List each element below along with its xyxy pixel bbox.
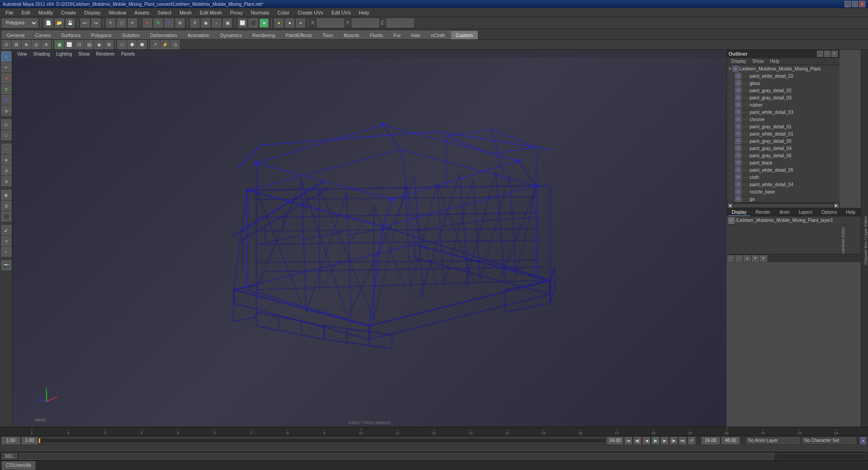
layers-tab-render[interactable]: Render xyxy=(752,209,774,216)
tree-item-6[interactable]: ⊡ —○ paint_white_detail_03 xyxy=(727,108,840,116)
lt-move-down[interactable]: ▼ xyxy=(752,255,759,262)
lt-del[interactable]: − xyxy=(736,255,743,262)
coord-z-field[interactable] xyxy=(387,19,414,28)
paint-select-btn[interactable]: ✏ xyxy=(128,19,137,28)
wireframe-btn[interactable]: ⬜ xyxy=(238,19,247,28)
tb2-all-btn[interactable]: ⊞ xyxy=(104,40,113,49)
playback-end-field[interactable] xyxy=(722,437,740,444)
tree-vis-8[interactable]: ⊡ xyxy=(735,123,741,130)
soft-select-btn-l[interactable]: ◎ xyxy=(1,119,11,129)
tree-vis-14[interactable]: ⊡ xyxy=(735,167,741,173)
char-set-field[interactable]: No Character Set xyxy=(802,437,856,444)
outliner-maximize[interactable]: □ xyxy=(824,51,830,57)
timeline-scrub[interactable] xyxy=(38,438,606,443)
scroll-track-h[interactable] xyxy=(733,204,833,207)
tb2-snap-btn[interactable]: ⊙ xyxy=(2,40,11,49)
pb-play-fwd[interactable]: ▶ xyxy=(652,437,659,444)
tab-animation[interactable]: Animation xyxy=(183,31,215,39)
tb2-grid-btn[interactable]: ⊞ xyxy=(12,40,21,49)
bevel-btn-l[interactable]: ◈ xyxy=(1,155,11,164)
range-end-field[interactable] xyxy=(607,437,623,444)
tab-curves[interactable]: Curves xyxy=(30,31,56,39)
layers-tab-anim[interactable]: Anim xyxy=(776,209,793,216)
tree-item-7[interactable]: ⊡ —○ chrome xyxy=(727,116,840,123)
lasso-btn[interactable]: ⬡ xyxy=(117,19,126,28)
menu-file[interactable]: File xyxy=(2,9,17,16)
pb-go-end[interactable]: ⏭ xyxy=(679,437,686,444)
current-time-field[interactable] xyxy=(2,437,20,444)
close-button[interactable]: ✕ xyxy=(859,1,865,7)
lt-options[interactable]: ⚙ xyxy=(760,255,767,262)
tb2-poly-btn[interactable]: ▣ xyxy=(55,40,64,49)
vp-menu-view[interactable]: View xyxy=(14,51,30,57)
tab-ncloth[interactable]: nCloth xyxy=(426,31,450,39)
tree-item-10[interactable]: ⊡ —○ paint_gray_detail_05 xyxy=(727,137,840,145)
menu-mesh[interactable]: Mesh xyxy=(176,9,195,16)
tree-vis-10[interactable]: ⊡ xyxy=(735,138,741,144)
menu-select[interactable]: Select xyxy=(154,9,175,16)
open-scene-btn[interactable]: 📂 xyxy=(55,19,64,28)
pb-go-start[interactable]: ⏮ xyxy=(625,437,632,444)
menu-proxy[interactable]: Proxy xyxy=(226,9,246,16)
tab-deformation[interactable]: Deformation xyxy=(145,31,182,39)
channel-box-label[interactable]: Channel Box / Layer Editor xyxy=(863,216,868,265)
merge-btn-l[interactable]: ⊛ xyxy=(1,165,11,175)
select-mode-btn[interactable]: ↖ xyxy=(1,52,11,61)
mode-selector[interactable]: Polygons Animation Rendering nDynamics xyxy=(2,19,38,28)
light-1-btn[interactable]: ● xyxy=(274,19,283,28)
tab-muscle[interactable]: Muscle xyxy=(339,31,364,39)
menu-edit[interactable]: Edit xyxy=(18,9,34,16)
tree-vis-12[interactable]: ⊡ xyxy=(735,152,741,159)
redo-btn[interactable]: ↪ xyxy=(91,19,100,28)
viewport[interactable]: View Shading Lighting Show Renderer Pane… xyxy=(13,50,726,427)
tb2-uvtex-btn[interactable]: ⬡ xyxy=(118,40,127,49)
tweak-btn-l[interactable]: ≈ xyxy=(1,247,11,257)
tree-item-18[interactable]: ⊡ —○ ga xyxy=(727,195,840,202)
vp-menu-panels[interactable]: Panels xyxy=(118,51,138,57)
tree-item-4[interactable]: ⊡ —○ paint_gray_detail_03 xyxy=(727,94,840,101)
tree-vis-1[interactable]: ⊡ xyxy=(735,73,741,79)
tb2-flat-btn[interactable]: ⊡ xyxy=(75,40,84,49)
save-scene-btn[interactable]: 💾 xyxy=(66,19,75,28)
shaded-btn[interactable]: ⬛ xyxy=(249,19,258,28)
tree-vis-15[interactable]: ⊡ xyxy=(735,174,741,180)
tab-subdivs[interactable]: Subdivs xyxy=(117,31,145,39)
vp-menu-show[interactable]: Show xyxy=(75,51,92,57)
outliner-menu-help[interactable]: Help xyxy=(767,58,782,64)
script-input[interactable] xyxy=(19,453,774,460)
rotate-tool-btn-l[interactable]: ↻ xyxy=(1,84,11,94)
layers-menu-help[interactable]: Help xyxy=(842,209,859,216)
lt-new[interactable]: + xyxy=(727,255,735,262)
tree-item-3[interactable]: ⊡ —○ paint_gray_detail_02 xyxy=(727,87,840,94)
tree-item-1[interactable]: ⊡ —○ paint_white_detail_02 xyxy=(727,72,840,80)
menu-create[interactable]: Create xyxy=(57,9,80,16)
coord-y-field[interactable] xyxy=(352,19,379,28)
menu-create-uvs[interactable]: Create UVs xyxy=(294,9,327,16)
select-tool-btn[interactable]: ↖ xyxy=(106,19,115,28)
pb-prev-key[interactable]: ◀| xyxy=(634,437,641,444)
fill-btn-l[interactable]: ⬛ xyxy=(1,212,11,221)
time-ruler[interactable]: 1 2 3 4 5 6 7 xyxy=(0,428,868,436)
tree-item-14[interactable]: ⊡ —○ paint_white_detail_05 xyxy=(727,166,840,174)
tree-item-2[interactable]: ⊡ —○ glass xyxy=(727,80,840,87)
menu-normals[interactable]: Normals xyxy=(247,9,273,16)
tree-vis-2[interactable]: ⊡ xyxy=(735,80,741,86)
tree-vis-18[interactable]: ⊡ xyxy=(735,196,741,202)
maximize-button[interactable]: □ xyxy=(852,1,858,7)
subdivide-btn-l[interactable]: ⊞ xyxy=(1,201,11,211)
tab-painteffects[interactable]: PaintEffects xyxy=(281,31,317,39)
scale-btn[interactable]: ⊞ xyxy=(165,19,174,28)
camera-btn-l[interactable]: 📷 xyxy=(1,260,11,270)
vp-menu-lighting[interactable]: Lighting xyxy=(53,51,75,57)
tree-vis-13[interactable]: ⊡ xyxy=(735,160,741,166)
menu-modify[interactable]: Modify xyxy=(35,9,57,16)
tb2-render-btn[interactable]: ⚡ xyxy=(160,40,170,49)
tab-rendering[interactable]: Rendering xyxy=(247,31,280,39)
menu-display[interactable]: Display xyxy=(80,9,104,16)
attribute-editor-label[interactable]: Attribute Editor xyxy=(841,227,845,254)
layers-menu-layers[interactable]: Layers xyxy=(795,209,816,216)
extrude-btn-l[interactable]: ⬦ xyxy=(1,144,11,154)
undo-btn[interactable]: ↩ xyxy=(80,19,90,28)
tab-custom[interactable]: Custom xyxy=(451,31,478,39)
outliner-minimize[interactable]: _ xyxy=(817,51,823,57)
